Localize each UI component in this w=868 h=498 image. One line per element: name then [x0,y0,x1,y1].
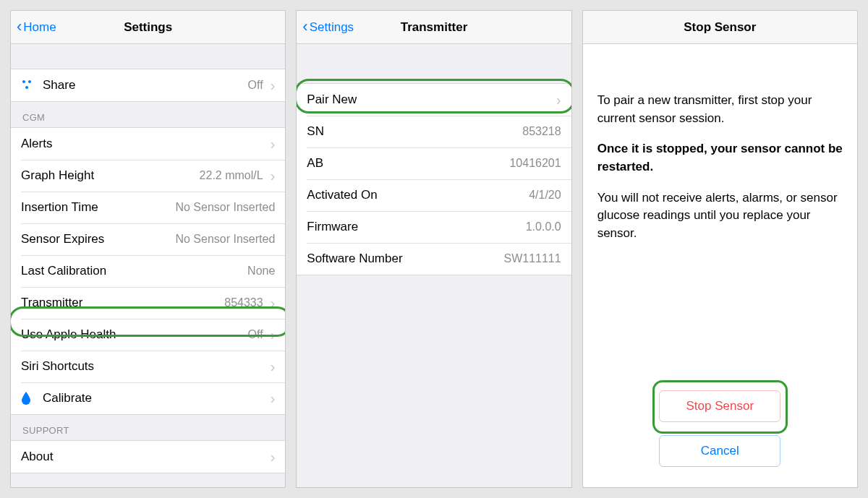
activated-on-row: Activated On 4/1/20 [297,179,571,211]
graph-height-row[interactable]: Graph Height 22.2 mmol/L › [11,160,285,192]
chevron-left-icon: ‹ [302,19,307,35]
use-apple-health-row[interactable]: Use Apple Health Off › [11,319,285,351]
sn-row: SN 853218 [297,116,571,147]
chevron-left-icon: ‹ [17,19,22,35]
share-group: Share Off › [11,69,285,102]
ab-label: AB [307,156,509,171]
last-calibration-label: Last Calibration [21,264,247,278]
sn-value: 853218 [522,125,561,138]
transmitter-value: 854333 [224,296,263,309]
share-label: Share [43,78,248,93]
sensor-expires-row: Sensor Expires No Sensor Inserted [11,223,285,255]
siri-shortcuts-label: Siri Shortcuts [21,359,263,374]
graph-height-value: 22.2 mmol/L [200,169,263,182]
svg-point-0 [22,80,25,83]
share-value: Off [248,79,263,92]
droplet-icon [21,392,38,405]
calibrate-row[interactable]: Calibrate › [11,382,285,414]
chevron-right-icon: › [271,327,276,342]
last-calibration-value: None [247,265,275,278]
alerts-label: Alerts [21,137,263,151]
pair-new-label: Pair New [307,93,549,107]
stop-sensor-button[interactable]: Stop Sensor [659,390,780,422]
activated-on-value: 4/1/20 [529,189,561,202]
back-label: Settings [310,20,354,35]
alerts-row[interactable]: Alerts › [11,128,285,160]
pair-new-row[interactable]: Pair New › [297,84,571,116]
chevron-right-icon: › [271,359,276,374]
warn-p2: Once it is stopped, your sensor cannot b… [597,140,843,176]
transmitter-group: Pair New › SN 853218 AB 10416201 Activat… [297,83,571,275]
svg-point-2 [25,86,28,89]
support-header: SUPPORT [11,415,285,440]
navbar: Stop Sensor [583,11,857,44]
back-label: Home [23,20,56,35]
software-number-value: SW111111 [503,252,561,265]
chevron-right-icon: › [271,296,276,310]
software-number-row: Software Number SW111111 [297,243,571,275]
screen-settings: ‹ Home Settings Share Off › CGM Alerts ›… [10,10,286,488]
use-apple-health-label: Use Apple Health [21,327,248,342]
chevron-right-icon: › [271,168,276,183]
last-calibration-row: Last Calibration None [11,255,285,287]
chevron-right-icon: › [271,78,276,93]
button-area: Stop Sensor Cancel [597,390,843,487]
share-icon [21,79,38,92]
software-number-label: Software Number [307,252,503,266]
firmware-value: 1.0.0.0 [526,220,561,233]
chevron-right-icon: › [556,93,561,107]
screen-transmitter: ‹ Settings Transmitter Pair New › SN 853… [296,10,571,488]
transmitter-row[interactable]: Transmitter 854333 › [11,287,285,319]
about-row[interactable]: About › [11,441,285,473]
body-text: To pair a new transmitter, first stop yo… [583,44,857,487]
siri-shortcuts-row[interactable]: Siri Shortcuts › [11,351,285,382]
insertion-time-row: Insertion Time No Sensor Inserted [11,192,285,223]
insertion-time-label: Insertion Time [21,200,175,215]
chevron-right-icon: › [271,137,276,151]
sensor-expires-value: No Sensor Inserted [175,233,275,246]
chevron-right-icon: › [271,450,276,464]
firmware-label: Firmware [307,220,525,234]
graph-height-label: Graph Height [21,168,200,183]
calibrate-label: Calibrate [43,391,263,405]
use-apple-health-value: Off [248,328,263,341]
navbar: ‹ Home Settings [11,11,285,44]
warn-p1: To pair a new transmitter, first stop yo… [597,92,843,127]
cgm-group: Alerts › Graph Height 22.2 mmol/L › Inse… [11,127,285,415]
svg-point-1 [28,80,31,83]
navbar: ‹ Settings Transmitter [297,11,571,44]
share-row[interactable]: Share Off › [11,69,285,101]
screen-stop-sensor: Stop Sensor To pair a new transmitter, f… [582,10,858,488]
ab-value: 10416201 [509,157,561,170]
insertion-time-value: No Sensor Inserted [175,201,275,214]
warn-p3: You will not receive alerts, alarms, or … [597,189,843,243]
sensor-expires-label: Sensor Expires [21,232,175,246]
page-title: Stop Sensor [583,20,857,35]
chevron-right-icon: › [271,391,276,405]
support-group: About › [11,440,285,473]
cgm-header: CGM [11,102,285,127]
transmitter-label: Transmitter [21,296,224,310]
back-button[interactable]: ‹ Settings [302,20,354,35]
back-button[interactable]: ‹ Home [17,20,56,35]
activated-on-label: Activated On [307,188,529,202]
about-label: About [21,450,263,464]
firmware-row: Firmware 1.0.0.0 [297,211,571,243]
ab-row: AB 10416201 [297,147,571,179]
sn-label: SN [307,124,522,139]
cancel-button[interactable]: Cancel [659,435,780,467]
